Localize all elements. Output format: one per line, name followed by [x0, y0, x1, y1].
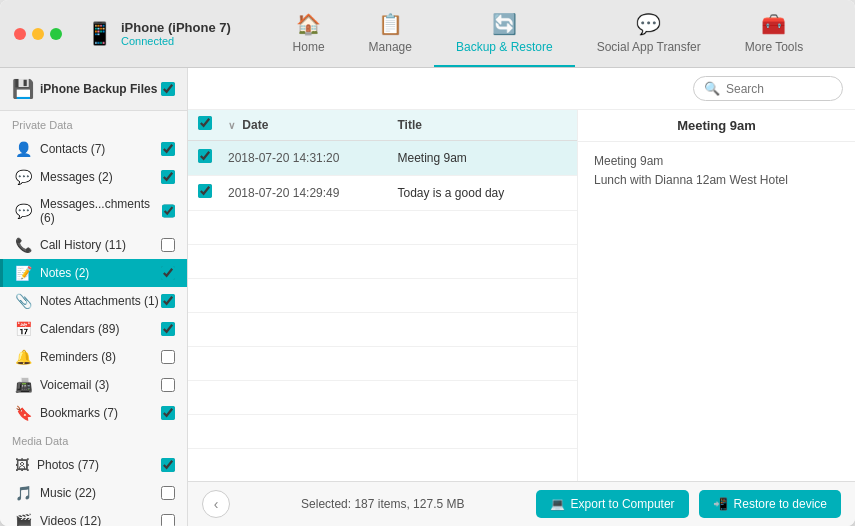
sidebar-item-photos[interactable]: 🖼 Photos (77) [0, 451, 187, 479]
minimize-button[interactable] [32, 28, 44, 40]
sort-arrow: ∨ [228, 120, 235, 131]
empty-row [188, 313, 577, 347]
nav-tabs: 🏠 Home 📋 Manage 🔄 Backup & Restore 💬 Soc… [241, 0, 855, 67]
sidebar-header-label: iPhone Backup Files [40, 82, 157, 96]
tab-manage[interactable]: 📋 Manage [347, 0, 434, 67]
sidebar: 💾 iPhone Backup Files Private Data 👤 Con… [0, 68, 188, 526]
sidebar-item-messages[interactable]: 💬 Messages (2) [0, 163, 187, 191]
tab-backup-restore[interactable]: 🔄 Backup & Restore [434, 0, 575, 67]
bookmarks-label: Bookmarks (7) [40, 406, 118, 420]
empty-row [188, 211, 577, 245]
row-1-date: 2018-07-20 14:31:20 [228, 151, 398, 165]
voicemail-checkbox[interactable] [161, 378, 175, 392]
reminders-icon: 🔔 [15, 349, 32, 365]
manage-icon: 📋 [378, 12, 403, 36]
sidebar-item-reminders[interactable]: 🔔 Reminders (8) [0, 343, 187, 371]
contacts-checkbox[interactable] [161, 142, 175, 156]
messages-checkbox[interactable] [161, 170, 175, 184]
select-all-checkbox[interactable] [198, 116, 212, 130]
sidebar-item-call-history[interactable]: 📞 Call History (11) [0, 231, 187, 259]
sidebar-item-notes-attachments[interactable]: 📎 Notes Attachments (1) [0, 287, 187, 315]
row-1-checkbox[interactable] [198, 149, 212, 163]
calendars-checkbox[interactable] [161, 322, 175, 336]
contacts-icon: 👤 [15, 141, 32, 157]
empty-row [188, 449, 577, 481]
device-status: Connected [121, 35, 231, 47]
row-2-date: 2018-07-20 14:29:49 [228, 186, 398, 200]
tools-icon: 🧰 [761, 12, 786, 36]
tab-more-tools-label: More Tools [745, 40, 803, 54]
detail-content: Meeting 9amLunch with Dianna 12am West H… [578, 142, 855, 200]
sidebar-item-contacts[interactable]: 👤 Contacts (7) [0, 135, 187, 163]
sidebar-item-calendars[interactable]: 📅 Calendars (89) [0, 315, 187, 343]
col-title-header[interactable]: Title [398, 118, 568, 132]
main-content: 💾 iPhone Backup Files Private Data 👤 Con… [0, 68, 855, 526]
titlebar: 📱 iPhone (iPhone 7) Connected 🏠 Home 📋 M… [0, 0, 855, 68]
col-date-header[interactable]: ∨ Date [228, 118, 398, 132]
list-item[interactable]: 2018-07-20 14:29:49 Today is a good day [188, 176, 577, 211]
device-text: iPhone (iPhone 7) Connected [121, 20, 231, 47]
back-button[interactable]: ‹ [202, 490, 230, 518]
app-window: 📱 iPhone (iPhone 7) Connected 🏠 Home 📋 M… [0, 0, 855, 526]
home-icon: 🏠 [296, 12, 321, 36]
messages-attach-label: Messages...chments (6) [40, 197, 162, 225]
export-button[interactable]: 💻 Export to Computer [536, 490, 689, 518]
split-pane: ∨ Date Title 2018-07-20 14:31:20 [188, 110, 855, 481]
sidebar-item-bookmarks[interactable]: 🔖 Bookmarks (7) [0, 399, 187, 427]
sidebar-item-voicemail[interactable]: 📠 Voicemail (3) [0, 371, 187, 399]
photos-label: Photos (77) [37, 458, 99, 472]
backup-files-checkbox[interactable] [161, 82, 175, 96]
search-input[interactable] [726, 82, 832, 96]
detail-text: Meeting 9amLunch with Dianna 12am West H… [594, 154, 788, 187]
tab-home-label: Home [293, 40, 325, 54]
sidebar-header: 💾 iPhone Backup Files [0, 68, 187, 111]
list-pane: ∨ Date Title 2018-07-20 14:31:20 [188, 110, 578, 481]
music-checkbox[interactable] [161, 486, 175, 500]
notes-checkbox[interactable] [161, 266, 175, 280]
call-history-label: Call History (11) [40, 238, 126, 252]
maximize-button[interactable] [50, 28, 62, 40]
reminders-checkbox[interactable] [161, 350, 175, 364]
row-1-title: Meeting 9am [398, 151, 568, 165]
sidebar-item-music[interactable]: 🎵 Music (22) [0, 479, 187, 507]
row-2-checkbox[interactable] [198, 184, 212, 198]
bottombar: ‹ Selected: 187 items, 127.5 MB 💻 Export… [188, 481, 855, 526]
col-date-label: Date [242, 118, 268, 132]
tab-social[interactable]: 💬 Social App Transfer [575, 0, 723, 67]
export-label: Export to Computer [571, 497, 675, 511]
bookmarks-checkbox[interactable] [161, 406, 175, 420]
social-icon: 💬 [636, 12, 661, 36]
call-history-checkbox[interactable] [161, 238, 175, 252]
videos-checkbox[interactable] [161, 514, 175, 526]
bookmarks-icon: 🔖 [15, 405, 32, 421]
status-text: Selected: 187 items, 127.5 MB [301, 497, 464, 511]
phone-icon: 📱 [86, 21, 113, 47]
restore-label: Restore to device [734, 497, 827, 511]
export-icon: 💻 [550, 497, 565, 511]
sidebar-item-videos[interactable]: 🎬 Videos (12) [0, 507, 187, 526]
search-icon: 🔍 [704, 81, 720, 96]
section-media-data: Media Data [0, 427, 187, 451]
tab-more-tools[interactable]: 🧰 More Tools [723, 0, 825, 67]
detail-pane: Meeting 9am Meeting 9amLunch with Dianna… [578, 110, 855, 481]
voicemail-label: Voicemail (3) [40, 378, 109, 392]
list-item[interactable]: 2018-07-20 14:31:20 Meeting 9am [188, 141, 577, 176]
photos-checkbox[interactable] [161, 458, 175, 472]
restore-button[interactable]: 📲 Restore to device [699, 490, 841, 518]
close-button[interactable] [14, 28, 26, 40]
content-toolbar: 🔍 [188, 68, 855, 110]
sidebar-item-messages-attachments[interactable]: 💬 Messages...chments (6) [0, 191, 187, 231]
notes-attach-checkbox[interactable] [161, 294, 175, 308]
notes-label: Notes (2) [40, 266, 89, 280]
list-rows: 2018-07-20 14:31:20 Meeting 9am 2018-07-… [188, 141, 577, 481]
reminders-label: Reminders (8) [40, 350, 116, 364]
messages-attach-checkbox[interactable] [162, 204, 175, 218]
row-2-title: Today is a good day [398, 186, 568, 200]
back-icon: ‹ [214, 496, 219, 512]
empty-row [188, 347, 577, 381]
tab-home[interactable]: 🏠 Home [271, 0, 347, 67]
device-info: 📱 iPhone (iPhone 7) Connected [76, 20, 241, 47]
search-box[interactable]: 🔍 [693, 76, 843, 101]
sidebar-item-notes[interactable]: 📝 Notes (2) [0, 259, 187, 287]
videos-icon: 🎬 [15, 513, 32, 526]
